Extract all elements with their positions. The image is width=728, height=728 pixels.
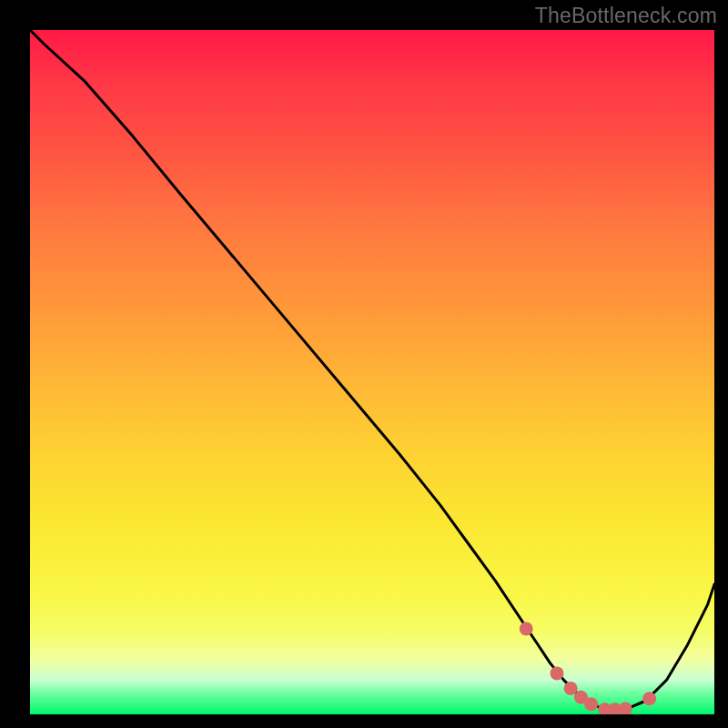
chart-container: { "watermark": "TheBottleneck.com", "cha… xyxy=(0,0,728,728)
plot-gradient-area xyxy=(30,30,714,714)
watermark-text: TheBottleneck.com xyxy=(535,4,717,28)
